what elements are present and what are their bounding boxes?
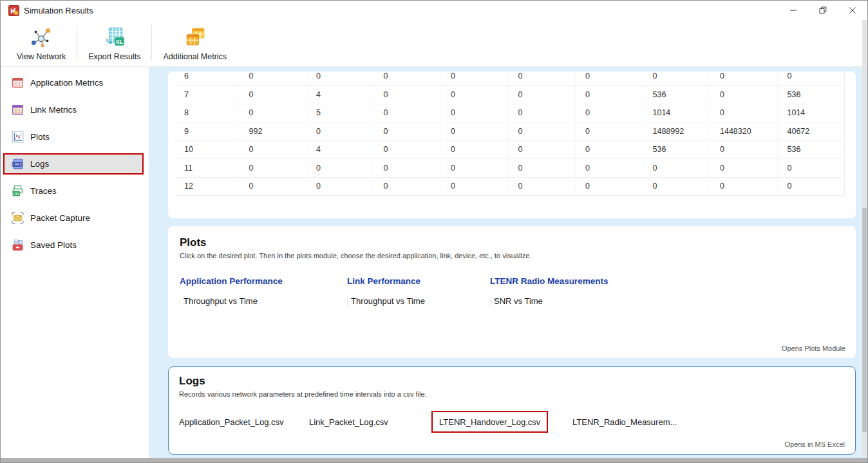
log-file-ltenr-radio-measurements[interactable]: LTENR_Radio_Measurem... xyxy=(572,417,677,427)
restore-button[interactable] xyxy=(808,1,838,20)
plots-card: Plots Click on the desired plot. Then in… xyxy=(168,226,856,358)
plots-card-footer: Opens Plots Module xyxy=(782,345,845,352)
table-cell: 0 xyxy=(373,177,441,196)
table-cell: 0 xyxy=(777,71,845,86)
table-cell: 0 xyxy=(373,104,441,122)
sidebar-item-packet-capture[interactable]: Packet Capture xyxy=(3,207,144,229)
sidebar-item-label: Logs xyxy=(30,159,49,169)
table-cell: 0 xyxy=(710,140,778,159)
table-row: 100400005360536 xyxy=(175,140,845,159)
table-row: 70400005360536 xyxy=(175,86,845,104)
table-cell: 0 xyxy=(508,177,576,196)
table-cell: 0 xyxy=(576,86,643,104)
table-cell: 0 xyxy=(643,71,710,86)
table-cell: 0 xyxy=(373,86,441,104)
table-cell: 9 xyxy=(175,122,239,141)
packet-capture-icon xyxy=(11,211,24,225)
plots-card-title: Plots xyxy=(180,236,844,249)
sidebar-item-label: Packet Capture xyxy=(30,213,90,223)
table-cell: 0 xyxy=(307,71,374,86)
table-cell: 6 xyxy=(175,71,239,86)
link-metrics-icon xyxy=(11,103,24,117)
table-cell: 0 xyxy=(441,159,509,178)
sidebar-item-label: Application Metrics xyxy=(30,78,103,88)
sidebar-item-label: Link Metrics xyxy=(30,105,77,115)
export-excel-icon: XL xyxy=(103,26,126,49)
window-bottom-frame xyxy=(1,458,867,462)
table-cell: 0 xyxy=(441,122,509,141)
table-cell: 11 xyxy=(175,159,239,178)
svg-text:CSV: CSV xyxy=(14,193,20,196)
sidebar-item-label: Traces xyxy=(30,186,57,196)
table-cell: 0 xyxy=(508,159,576,178)
sidebar-item-label: Plots xyxy=(30,132,50,142)
sidebar-item-logs[interactable]: LOGS Logs xyxy=(3,153,144,175)
close-icon xyxy=(849,6,856,14)
sidebar-item-application-metrics[interactable]: Application Metrics xyxy=(3,72,144,93)
table-cell: 8 xyxy=(175,104,239,122)
log-files-row: Application_Packet_Log.csv Link_Packet_L… xyxy=(179,411,845,433)
logs-card-title: Logs xyxy=(179,375,845,388)
table-cell: 1014 xyxy=(777,104,845,122)
additional-metrics-button[interactable]: Additional Metrics xyxy=(152,20,238,66)
table-cell: 0 xyxy=(576,177,643,196)
table-cell: 0 xyxy=(441,71,509,86)
plot-column-header: LTENR Radio Measurements xyxy=(490,276,609,286)
main-area: Application Metrics Link Metrics Plots xyxy=(1,67,867,459)
log-file-link-packet-log[interactable]: Link_Packet_Log.csv xyxy=(309,417,431,427)
table-cell: 0 xyxy=(508,122,576,141)
scrollbar-thumb[interactable] xyxy=(862,208,867,432)
plot-column-link-performance: Link Performance Throughput vs Time xyxy=(347,276,490,306)
table-cell: 0 xyxy=(508,140,576,159)
netsim-logo-icon xyxy=(8,5,19,16)
sidebar-item-link-metrics[interactable]: Link Metrics xyxy=(3,99,144,120)
sidebar-item-traces[interactable]: CSV Traces xyxy=(3,180,144,202)
table-cell: 536 xyxy=(643,140,710,159)
stacked-tables-icon xyxy=(184,26,207,49)
table-cell: 536 xyxy=(777,140,845,159)
table-cell: 12 xyxy=(175,177,239,196)
plot-columns: Application Performance Throughput vs Ti… xyxy=(180,276,844,306)
table-cell: 0 xyxy=(576,122,643,141)
table-cell: 0 xyxy=(239,159,307,178)
plot-link-throughput-vs-time[interactable]: Throughput vs Time xyxy=(180,296,258,306)
table-cell: 0 xyxy=(576,71,643,86)
close-button[interactable] xyxy=(838,1,867,20)
metrics-table-card: 6000000000704000053605368050000101401014… xyxy=(168,71,856,218)
annotation-box: LTENR_Handover_Log.csv xyxy=(431,411,548,433)
window-title: Simulation Results xyxy=(24,6,93,15)
log-file-ltenr-handover-log[interactable]: LTENR_Handover_Log.csv xyxy=(439,417,540,427)
table-row: 9992000001488992144832040672 xyxy=(175,122,845,141)
plot-link-throughput-vs-time[interactable]: Throughput vs Time xyxy=(347,296,425,306)
table-cell: 0 xyxy=(239,177,307,196)
sidebar-item-saved-plots[interactable]: Saved Plots xyxy=(3,234,144,256)
plots-card-description: Click on the desired plot. Then in the p… xyxy=(180,252,844,260)
sidebar-item-plots[interactable]: Plots xyxy=(3,126,144,147)
log-file-application-packet-log[interactable]: Application_Packet_Log.csv xyxy=(179,417,309,427)
table-cell: 0 xyxy=(373,71,441,86)
table-row: 12000000000 xyxy=(175,177,845,196)
plot-column-header: Link Performance xyxy=(347,276,490,286)
content-area: 6000000000704000053605368050000101401014… xyxy=(149,67,867,459)
table-cell: 0 xyxy=(508,71,576,86)
logs-card-footer: Opens in MS Excel xyxy=(784,440,845,448)
table-row: 8050000101401014 xyxy=(175,104,845,122)
table-cell: 0 xyxy=(710,177,778,196)
table-cell: 0 xyxy=(441,140,509,159)
table-cell: 0 xyxy=(777,159,845,178)
plot-link-snr-vs-time[interactable]: SNR vs Time xyxy=(490,296,543,306)
table-cell: 0 xyxy=(373,140,441,159)
table-cell: 0 xyxy=(508,104,576,122)
vertical-scrollbar[interactable] xyxy=(862,20,867,458)
view-network-button[interactable]: View Network xyxy=(6,20,77,66)
table-cell: 0 xyxy=(576,104,643,122)
simulation-results-window: Simulation Results xyxy=(0,0,868,463)
minimize-button[interactable] xyxy=(778,1,808,20)
export-results-button[interactable]: XL Export Results xyxy=(77,20,151,66)
export-results-label: Export Results xyxy=(88,52,140,61)
toolbar: View Network XL Export Results xyxy=(1,20,867,67)
table-cell: 0 xyxy=(373,159,441,178)
plot-column-ltenr-radio-measurements: LTENR Radio Measurements SNR vs Time xyxy=(490,276,609,306)
saved-plots-icon xyxy=(11,238,24,252)
table-cell: 0 xyxy=(441,177,509,196)
